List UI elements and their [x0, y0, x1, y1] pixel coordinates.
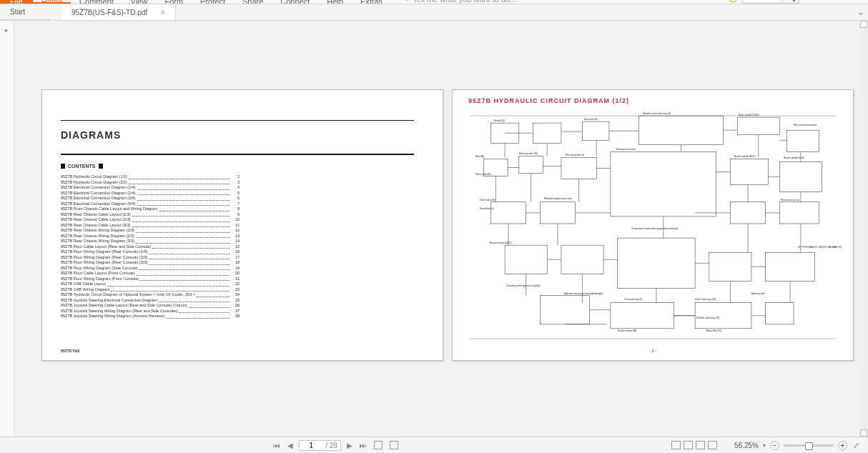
svg-rect-18 [618, 238, 695, 288]
scroll-up-icon[interactable] [860, 21, 867, 28]
status-bar: ⏮ ◀ / 28 ▶ ⏭ 56.25% ▾ − + ⤢ [0, 437, 868, 453]
svg-text:Boom cylinder (LH)(5): Boom cylinder (LH)(5) [739, 114, 759, 116]
find-nav[interactable]: ◂▸ [804, 0, 814, 1]
page-footer: 95Z7B F&S [61, 349, 79, 353]
toc-entry: 95Z7B Floor Cable Layout (Rear and Side … [61, 244, 240, 250]
toc-entry: 95Z7B Rear Chassis Wiring Diagram (3/3)1… [61, 239, 240, 244]
svg-text:GO TO HYDRAULIC CIRCUIT DIAGRA: GO TO HYDRAULIC CIRCUIT DIAGRAM (2/2) [798, 246, 842, 249]
svg-text:Pressure sensor (a): Pressure sensor (a) [781, 199, 799, 201]
zoom-controls: 56.25% ▾ − + ⤢ [726, 441, 868, 450]
toc-entry: 95Z7B Joystick Steering Electrical Conne… [61, 298, 240, 304]
page-number: - 2 - [650, 349, 656, 353]
share-icon[interactable]: ⇪ [829, 0, 841, 1]
page-number-input[interactable] [300, 442, 322, 449]
svg-text:Reducing valve (18): Reducing valve (18) [519, 152, 538, 155]
toc-list: 95Z7B Hydraulic Circuit Diagram (1/2)295… [61, 174, 240, 319]
view-mode-4-icon[interactable] [708, 441, 717, 449]
pdf-page-1: DIAGRAMS CONTENTS 95Z7B Hydraulic Circui… [41, 89, 443, 361]
svg-rect-9 [611, 151, 716, 216]
toc-entry: 95Z7B Electrical Connection Diagram (3/4… [61, 196, 240, 201]
svg-text:Bucket cylinder RH (7): Bucket cylinder RH (7) [734, 155, 755, 158]
toc-contents-label: CONTENTS [61, 164, 103, 169]
toc-entry: 95Z7B Floor Wiring Diagram (Rear Console… [61, 249, 240, 255]
page-navigation: ⏮ ◀ / 28 ▶ ⏭ [272, 440, 400, 451]
svg-text:Hydraulic main pump (steering/: Hydraulic main pump (steering/loading)(1… [564, 292, 603, 295]
svg-text:Check valve (20): Check valve (20) [480, 199, 495, 201]
svg-rect-22 [611, 303, 674, 329]
toc-entry: 95Z7B Floor Wiring Diagram (Rear Console… [61, 260, 240, 266]
zoom-out-button[interactable]: − [770, 441, 779, 450]
view-mode-3-icon[interactable] [696, 441, 705, 449]
scroll-down-icon[interactable] [860, 429, 867, 437]
svg-text:Secondary steering pump assy(b: Secondary steering pump assy(b)(2) [506, 284, 541, 287]
svg-rect-14 [730, 202, 765, 224]
svg-rect-23 [695, 303, 751, 329]
tabbar: Start 95Z7B(US-F&S)-TD.pdf × ⌄ [0, 4, 868, 21]
tablist-overflow-icon[interactable]: ⌄ [857, 6, 865, 17]
svg-text:Pressure sensor (e)(51): Pressure sensor (e)(51) [489, 242, 511, 244]
last-page-icon[interactable]: ⏭ [358, 442, 368, 449]
svg-rect-19 [709, 252, 751, 281]
svg-rect-4 [737, 117, 779, 134]
toc-title: DIAGRAMS [61, 129, 414, 141]
layout-single-icon[interactable] [374, 441, 383, 449]
svg-text:Bleed-off compensation valve: Bleed-off compensation valve [544, 197, 572, 200]
zoom-dropdown-icon[interactable]: ▾ [763, 442, 766, 449]
toc-entry: 95Z7B Hydraulic Circuit Diagram of Optio… [61, 292, 240, 298]
zoom-in-button[interactable]: + [838, 441, 847, 450]
toc-entry: 95Z7B Hydraulic Circuit Diagram (1/2)2 [61, 174, 240, 180]
tab-document[interactable]: 95Z7B(US-F&S)-TD.pdf × [61, 4, 176, 20]
layout-facing-icon[interactable] [390, 441, 398, 449]
tab-close-icon[interactable]: × [160, 8, 164, 16]
toc-entry: 95Z7B Joystick Steering Cable Layout (Re… [61, 303, 240, 309]
svg-text:Pump torque control valve (pro: Pump torque control valve (proportional … [631, 227, 677, 230]
toc-entry: 95Z7B Front Chassis Cable Layout and Wir… [61, 206, 240, 212]
next-page-icon[interactable]: ▶ [345, 442, 354, 449]
fullscreen-icon[interactable]: ⤢ [852, 441, 861, 450]
prev-page-icon[interactable]: ◀ [286, 442, 295, 449]
svg-rect-10 [730, 159, 768, 184]
toc-entry: 95Z7B Electrical Connection Diagram (4/4… [61, 201, 240, 207]
svg-text:Fan pump assy (2): Fan pump assy (2) [625, 298, 642, 301]
toc-entry: 95Z7B CAB Wiring Diagram23 [61, 287, 240, 293]
svg-rect-12 [490, 202, 526, 224]
tab-start[interactable]: Start [0, 4, 51, 20]
svg-text:Steering cylinder (9): Steering cylinder (9) [566, 154, 584, 156]
tab-document-label: 95Z7B(US-F&S)-TD.pdf [71, 9, 147, 16]
svg-text:Hydraulic tank: Hydraulic tank [751, 292, 765, 295]
svg-rect-17 [561, 245, 603, 274]
nav-pane-toggle[interactable]: ▸ [0, 21, 14, 437]
svg-rect-2 [582, 121, 608, 140]
svg-rect-16 [505, 245, 547, 274]
zoom-percent[interactable]: 56.25% [726, 442, 759, 449]
toc-entry: 95Z7B Joystick Steering Wiring Diagram (… [61, 309, 240, 314]
ribbon-collapse-icon[interactable]: ^ [853, 0, 862, 1]
svg-text:Filter (85): Filter (85) [475, 155, 485, 158]
svg-text:Bucket cylinder LH (8): Bucket cylinder LH (8) [784, 156, 804, 159]
document-viewer[interactable]: DIAGRAMS CONTENTS 95Z7B Hydraulic Circui… [14, 21, 868, 437]
settings-gear-icon[interactable] [728, 0, 738, 2]
svg-text:Return filter (12): Return filter (12) [706, 329, 721, 332]
svg-text:Breather valve assy (13): Breather valve assy (13) [696, 317, 719, 319]
svg-text:Check valve assy (59): Check valve assy (59) [695, 298, 716, 301]
find-input[interactable] [743, 0, 782, 1]
view-mode-1-icon[interactable] [671, 441, 681, 449]
toc-entry: 95Z7B Rear Chassis Cable Layout (2/3)10 [61, 217, 240, 223]
toc-entry: 95Z7B Electrical Connection Diagram (1/4… [61, 185, 240, 191]
toc-entry: 95Z7B Rear Chassis Wiring Diagram (1/3)1… [61, 228, 240, 234]
view-mode-2-icon[interactable] [684, 441, 693, 449]
first-page-icon[interactable]: ⏮ [272, 442, 282, 449]
page-total: / 28 [322, 442, 340, 449]
svg-rect-5 [786, 130, 819, 151]
toc-entry: 95Z7B Rear Chassis Cable Layout (1/3)9 [61, 212, 240, 218]
svg-text:Orbitrol (14): Orbitrol (14) [493, 119, 505, 122]
svg-rect-20 [766, 252, 815, 281]
toc-entry: 95Z7B Hydraulic Circuit Diagram (2/2)3 [61, 180, 240, 186]
zoom-slider[interactable] [784, 444, 834, 447]
svg-rect-11 [779, 161, 822, 191]
toc-entry: 95Z7B Rear Chassis Cable Layout (3/3)11 [61, 223, 240, 229]
vertical-scrollbar[interactable] [859, 21, 868, 437]
svg-rect-15 [779, 202, 819, 224]
window-icon[interactable]: ❐ [841, 0, 853, 1]
search-icon[interactable]: 🔍 [782, 0, 799, 2]
